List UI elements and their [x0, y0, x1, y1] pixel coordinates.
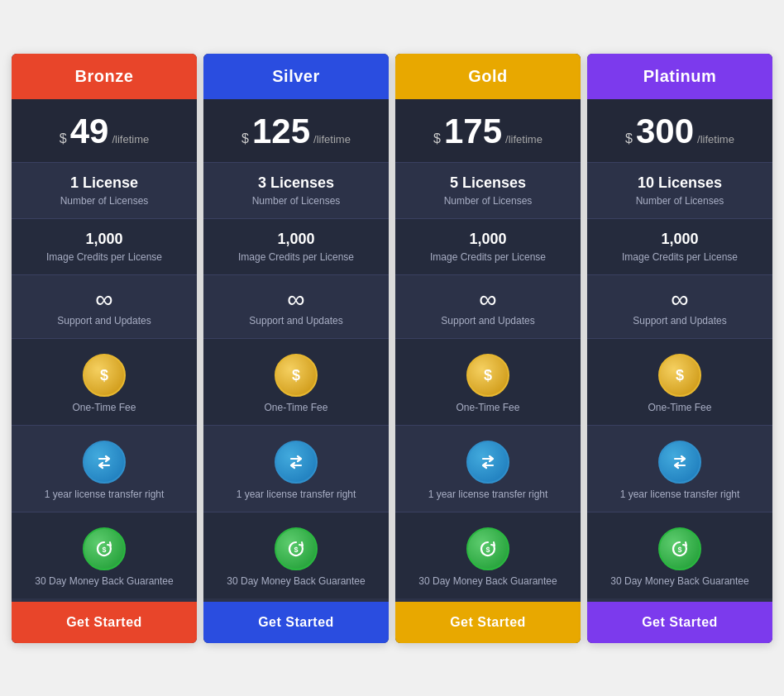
dollar-icon-gold: $	[476, 364, 500, 387]
licenses-value-gold: 5 Licenses	[450, 174, 526, 192]
transfer-icon-bronze	[83, 441, 126, 484]
transfer-icon-silver	[275, 441, 318, 484]
transfer-row-silver: 1 year license transfer right	[203, 425, 389, 512]
plan-features-silver: 3 Licenses Number of Licenses 1,000 Imag…	[203, 162, 389, 598]
price-period-silver: /lifetime	[313, 133, 351, 145]
plan-card-bronze: Bronze $ 49 /lifetime 1 License Number o…	[12, 54, 197, 643]
credits-row-platinum: 1,000 Image Credits per License	[587, 218, 772, 274]
plan-card-platinum: Platinum $ 300 /lifetime 10 Licenses Num…	[587, 54, 772, 643]
price-amount-gold: 175	[444, 114, 502, 149]
credits-value-gold: 1,000	[469, 231, 506, 248]
fee-label-platinum: One-Time Fee	[648, 402, 712, 413]
transfer-label-platinum: 1 year license transfer right	[620, 489, 740, 500]
fee-icon-platinum: $	[658, 354, 701, 397]
credits-label-silver: Image Credits per License	[238, 251, 354, 263]
cta-button-platinum[interactable]: Get Started	[587, 602, 772, 643]
transfer-label-silver: 1 year license transfer right	[237, 489, 356, 500]
plan-header-gold: Gold	[395, 54, 581, 99]
licenses-label-bronze: Number of Licenses	[60, 195, 149, 207]
pricing-table: Bronze $ 49 /lifetime 1 License Number o…	[12, 54, 772, 643]
licenses-value-platinum: 10 Licenses	[638, 174, 722, 192]
cta-button-gold[interactable]: Get Started	[395, 602, 581, 643]
guarantee-row-gold: $ 30 Day Money Back Guarantee	[395, 512, 581, 598]
cta-button-bronze[interactable]: Get Started	[12, 602, 197, 643]
plan-name-gold: Gold	[468, 67, 508, 85]
credits-value-platinum: 1,000	[661, 231, 698, 248]
transfer-label-bronze: 1 year license transfer right	[45, 489, 165, 500]
svg-text:$: $	[484, 367, 492, 384]
licenses-value-bronze: 1 License	[70, 174, 138, 192]
support-row-platinum: ∞ Support and Updates	[587, 274, 772, 338]
price-amount-bronze: 49	[70, 114, 109, 149]
plan-name-bronze: Bronze	[75, 67, 134, 85]
fee-icon-bronze: $	[83, 354, 126, 397]
fee-icon-gold: $	[466, 354, 509, 397]
fee-label-gold: One-Time Fee	[457, 402, 520, 413]
guarantee-icon-bronze: $	[83, 527, 126, 570]
plan-features-gold: 5 Licenses Number of Licenses 1,000 Imag…	[395, 162, 581, 598]
plan-price-section-silver: $ 125 /lifetime	[203, 99, 389, 162]
licenses-label-gold: Number of Licenses	[444, 195, 533, 207]
price-dollar-bronze: $	[60, 131, 67, 146]
svg-text:$: $	[485, 546, 490, 554]
credits-value-bronze: 1,000	[85, 231, 122, 248]
fee-label-silver: One-Time Fee	[265, 402, 328, 413]
plan-header-platinum: Platinum	[587, 54, 772, 99]
licenses-row-bronze: 1 License Number of Licenses	[12, 162, 197, 218]
svg-text:$: $	[100, 367, 108, 384]
guarantee-icon-gold: $	[466, 527, 509, 570]
plan-features-bronze: 1 License Number of Licenses 1,000 Image…	[12, 162, 197, 598]
support-row-silver: ∞ Support and Updates	[203, 274, 389, 338]
licenses-label-silver: Number of Licenses	[252, 195, 341, 207]
licenses-row-gold: 5 Licenses Number of Licenses	[395, 162, 581, 218]
dollar-icon-platinum: $	[668, 364, 691, 387]
infinity-icon-platinum: ∞	[671, 287, 688, 312]
infinity-icon-gold: ∞	[479, 287, 496, 312]
fee-label-bronze: One-Time Fee	[73, 402, 136, 413]
infinity-icon-silver: ∞	[287, 287, 304, 312]
svg-text:$: $	[677, 546, 681, 554]
licenses-value-silver: 3 Licenses	[258, 174, 334, 192]
guarantee-label-platinum: 30 Day Money Back Guarantee	[610, 575, 748, 587]
guarantee-row-platinum: $ 30 Day Money Back Guarantee	[587, 512, 772, 598]
licenses-row-silver: 3 Licenses Number of Licenses	[203, 162, 389, 218]
guarantee-icon-silver: $	[275, 527, 318, 570]
price-amount-silver: 125	[252, 114, 310, 149]
guarantee-row-silver: $ 30 Day Money Back Guarantee	[203, 512, 389, 598]
dollar-icon-bronze: $	[93, 364, 116, 387]
guarantee-label-bronze: 30 Day Money Back Guarantee	[35, 575, 173, 587]
transfer-row-bronze: 1 year license transfer right	[12, 425, 197, 512]
svg-text:$: $	[294, 546, 298, 554]
support-row-bronze: ∞ Support and Updates	[12, 274, 197, 338]
credits-row-silver: 1,000 Image Credits per License	[203, 218, 389, 274]
guarantee-refresh-icon-silver: $	[284, 537, 308, 560]
infinity-icon-bronze: ∞	[95, 287, 112, 312]
fee-icon-silver: $	[275, 354, 318, 397]
svg-text:$: $	[102, 546, 106, 554]
plan-name-platinum: Platinum	[643, 67, 716, 85]
licenses-row-platinum: 10 Licenses Number of Licenses	[587, 162, 772, 218]
plan-header-silver: Silver	[203, 54, 389, 99]
fee-row-bronze: $ One-Time Fee	[12, 338, 197, 425]
price-amount-platinum: 300	[636, 114, 694, 149]
guarantee-refresh-icon-platinum: $	[668, 537, 691, 560]
cta-button-silver[interactable]: Get Started	[203, 602, 389, 643]
guarantee-icon-platinum: $	[658, 527, 701, 570]
support-label-silver: Support and Updates	[249, 315, 342, 327]
svg-text:$: $	[292, 367, 300, 384]
credits-label-platinum: Image Credits per License	[622, 251, 738, 263]
plan-card-silver: Silver $ 125 /lifetime 3 Licenses Number…	[203, 54, 389, 643]
support-label-bronze: Support and Updates	[57, 315, 151, 327]
transfer-icon-platinum	[658, 441, 701, 484]
fee-row-gold: $ One-Time Fee	[395, 338, 581, 425]
plan-features-platinum: 10 Licenses Number of Licenses 1,000 Ima…	[587, 162, 772, 598]
plan-header-bronze: Bronze	[12, 54, 197, 99]
plan-price-section-platinum: $ 300 /lifetime	[587, 99, 772, 162]
guarantee-label-gold: 30 Day Money Back Guarantee	[418, 575, 557, 587]
price-dollar-silver: $	[241, 131, 249, 146]
guarantee-refresh-icon-bronze: $	[93, 537, 116, 560]
credits-value-silver: 1,000	[277, 231, 314, 248]
price-dollar-platinum: $	[625, 131, 633, 146]
transfer-arrows-icon-gold	[476, 450, 500, 474]
guarantee-label-silver: 30 Day Money Back Guarantee	[227, 575, 365, 587]
